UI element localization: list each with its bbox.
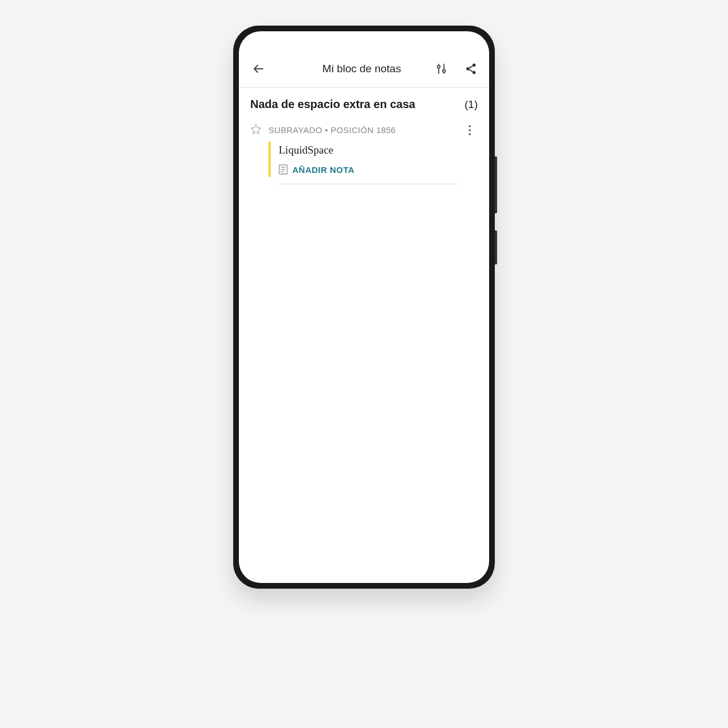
add-note-label: AÑADIR NOTA bbox=[292, 165, 354, 175]
highlight-type: SUBRAYADO bbox=[268, 125, 322, 135]
sliders-icon bbox=[435, 63, 448, 75]
svg-marker-10 bbox=[251, 125, 261, 134]
back-button[interactable] bbox=[249, 60, 267, 78]
section-count: (1) bbox=[465, 98, 478, 111]
highlight-body: LiquidSpace AÑADIR NOTA bbox=[268, 142, 478, 177]
highlight-position: POSICIÓN 1856 bbox=[330, 125, 396, 135]
header-actions bbox=[433, 61, 479, 77]
star-button[interactable] bbox=[250, 123, 263, 136]
highlight-item: SUBRAYADO • POSICIÓN 1856 LiquidSpace bbox=[239, 119, 489, 193]
add-note-button[interactable]: AÑADIR NOTA bbox=[279, 164, 478, 175]
item-divider bbox=[279, 184, 460, 184]
svg-point-5 bbox=[473, 64, 476, 67]
share-button[interactable] bbox=[463, 61, 479, 77]
highlight-text[interactable]: LiquidSpace bbox=[279, 144, 478, 156]
star-outline-icon bbox=[250, 123, 262, 135]
svg-point-7 bbox=[473, 71, 476, 75]
phone-frame: Mi bloc de notas bbox=[233, 26, 495, 589]
highlight-header-row: SUBRAYADO • POSICIÓN 1856 bbox=[250, 123, 478, 136]
highlight-content: LiquidSpace AÑADIR NOTA bbox=[279, 142, 478, 177]
note-icon bbox=[279, 164, 288, 175]
svg-line-8 bbox=[469, 66, 473, 68]
filter-button[interactable] bbox=[433, 61, 449, 77]
svg-point-11 bbox=[469, 125, 471, 127]
status-bar bbox=[239, 31, 489, 54]
section-header: Nada de espacio extra en casa (1) bbox=[239, 88, 489, 119]
share-icon bbox=[465, 63, 477, 75]
page-title: Mi bloc de notas bbox=[267, 63, 433, 75]
highlight-color-bar bbox=[268, 142, 271, 177]
arrow-left-icon bbox=[251, 62, 265, 76]
screen: Mi bloc de notas bbox=[239, 31, 489, 583]
svg-point-6 bbox=[466, 67, 470, 71]
section-title: Nada de espacio extra en casa bbox=[250, 98, 415, 111]
meta-separator: • bbox=[322, 125, 331, 135]
svg-point-12 bbox=[469, 129, 471, 131]
dots-vertical-icon bbox=[469, 125, 471, 135]
svg-point-13 bbox=[469, 133, 471, 135]
more-options-button[interactable] bbox=[463, 123, 477, 137]
svg-point-3 bbox=[437, 65, 440, 68]
app-header: Mi bloc de notas bbox=[239, 54, 489, 88]
svg-line-9 bbox=[469, 69, 473, 72]
highlight-meta: SUBRAYADO • POSICIÓN 1856 bbox=[268, 125, 396, 135]
svg-point-4 bbox=[442, 69, 445, 72]
